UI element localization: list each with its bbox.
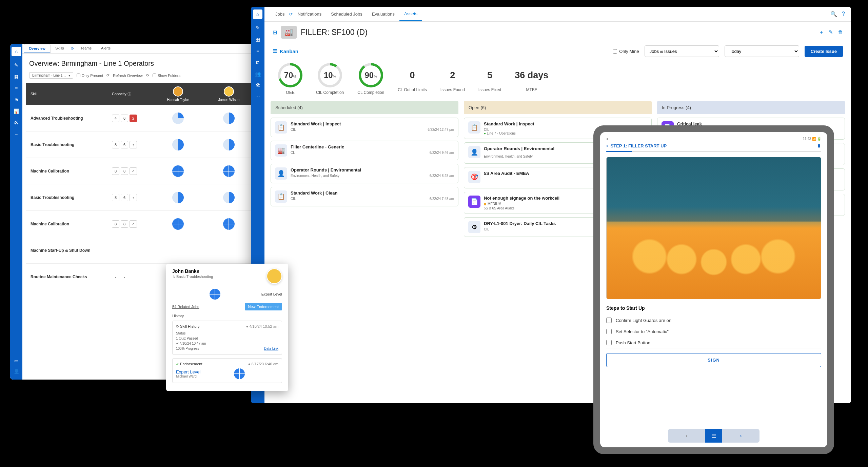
view-kanban[interactable]: ☰ Kanban	[273, 48, 298, 54]
kanban-card[interactable]: 🏭Filler Centerline - GenericCL 6/22/24 9…	[271, 141, 458, 160]
filter-type-select[interactable]: Jobs & Issues	[645, 45, 719, 57]
skill-pie[interactable]	[203, 218, 254, 230]
skill-pie-icon	[234, 368, 245, 379]
show-folders-checkbox[interactable]: Show Folders	[153, 74, 180, 78]
metric: 90%CL Completion	[357, 63, 384, 95]
capacity-cells: 86↑	[112, 194, 153, 201]
new-endorsement-button[interactable]: New Endorsement	[245, 303, 282, 310]
filter-date-select[interactable]: Today	[725, 45, 799, 57]
skill-row[interactable]: Machine Start-Up & Shut Down--	[26, 237, 254, 264]
chart-icon[interactable]: 📊	[14, 108, 19, 114]
search-icon[interactable]: 🔍	[830, 11, 837, 17]
header-person-1[interactable]: Hannah Taylor	[153, 86, 203, 102]
skill-pie[interactable]	[153, 113, 203, 124]
sign-button[interactable]: SIGN	[606, 353, 821, 367]
pause-icon[interactable]: ⏸	[817, 143, 821, 148]
skill-pie[interactable]	[203, 139, 254, 150]
checklist-item[interactable]: Set Selector to "Automatic"	[606, 326, 821, 337]
tab-alerts[interactable]: Alerts	[96, 44, 115, 53]
only-present-checkbox[interactable]: Only Present	[77, 74, 103, 78]
skill-row[interactable]: Basic Troubleshooting86↑	[26, 131, 254, 158]
grid-icon[interactable]: ▦	[14, 74, 19, 79]
title-row: ⊞ 🏭 FILLER: SF100 (D) ＋ ✎ 🗑	[264, 22, 851, 43]
help-icon[interactable]: ?	[842, 11, 845, 17]
skill-pie[interactable]	[153, 192, 203, 203]
people-icon[interactable]: 👥	[255, 71, 260, 77]
sliders-icon[interactable]: ≡	[255, 48, 260, 54]
kanban-card[interactable]: 👤Operator Rounds | EnvironmentalEnvironm…	[271, 164, 458, 183]
nav-assets[interactable]: Assets	[399, 7, 422, 21]
refresh-icon[interactable]: ⟳	[71, 46, 74, 51]
skill-pie[interactable]	[203, 165, 254, 177]
more-icon[interactable]: ⋯	[255, 94, 260, 100]
grid-icon[interactable]: ▦	[255, 37, 260, 42]
add-icon[interactable]: ＋	[819, 29, 824, 36]
user-icon[interactable]: 👤	[14, 369, 19, 374]
nav-notifications[interactable]: Notifications	[293, 7, 326, 21]
card-icon: 👤	[468, 146, 480, 158]
skill-row[interactable]: Machine Calibration88✓	[26, 211, 254, 237]
document-icon[interactable]: 🗎	[14, 97, 19, 102]
col-header: In Progress (4)	[657, 101, 845, 114]
refresh-icon[interactable]: ⟳	[289, 12, 293, 17]
status-label: Status	[176, 331, 278, 336]
header-person-2[interactable]: James Wilson	[203, 86, 254, 102]
home-icon[interactable]: ⌂	[253, 9, 262, 19]
capacity-cells: --	[112, 247, 153, 254]
prev-button[interactable]: ‹	[668, 429, 705, 443]
metric: 2Issues Found	[440, 63, 465, 95]
data-link[interactable]: Data Link	[264, 346, 278, 351]
avatar	[267, 268, 282, 284]
skill-row[interactable]: Advanced Troubleshooting462	[26, 105, 254, 131]
pencil-icon[interactable]: ✎	[255, 25, 260, 31]
skill-row[interactable]: Basic Troubleshooting86↑	[26, 184, 254, 211]
checklist-item[interactable]: Push Start Button	[606, 337, 821, 348]
kanban-card[interactable]: 📋Standard Work | CleanCIL 6/22/24 7:48 a…	[271, 187, 458, 206]
tools-icon[interactable]: 🛠	[14, 120, 19, 125]
col-header: Scheduled (4)	[271, 101, 458, 114]
nav-scheduled[interactable]: Scheduled Jobs	[326, 7, 367, 21]
create-issue-button[interactable]: Create Issue	[805, 46, 843, 57]
edit-icon[interactable]: ✎	[829, 29, 833, 36]
next-button[interactable]: ›	[722, 429, 760, 443]
skill-pie[interactable]	[153, 218, 203, 230]
tab-teams[interactable]: Teams	[76, 44, 96, 53]
home-icon[interactable]: ⌂	[12, 47, 21, 56]
skill-pie[interactable]	[203, 113, 254, 124]
refresh-overview[interactable]: Refresh Overview	[113, 74, 142, 78]
breadcrumb[interactable]: Birmingham - Line 1 ... ▾	[29, 72, 73, 79]
only-mine-checkbox[interactable]: Only Mine	[613, 49, 639, 54]
nav-jobs[interactable]: Jobs	[271, 7, 289, 21]
toolbar: Birmingham - Line 1 ... ▾ Only Present ⟳…	[22, 71, 258, 83]
skill-row[interactable]: Machine Calibration88✓	[26, 158, 254, 184]
back-button[interactable]: ‹	[606, 143, 608, 148]
card-icon: 🏭	[275, 144, 287, 157]
skill-pie[interactable]	[153, 139, 203, 150]
progress-bar	[606, 151, 821, 152]
capacity-cells: 86↑	[112, 141, 153, 148]
pencil-icon[interactable]: ✎	[14, 62, 19, 68]
header-capacity: Capacity ⓘ	[112, 92, 153, 97]
menu-button[interactable]: ☰	[705, 429, 722, 443]
menu-icon: ☰	[273, 48, 277, 54]
skill-name: Basic Troubleshooting	[31, 195, 112, 200]
document-icon[interactable]: 🗎	[255, 60, 260, 65]
checklist-item[interactable]: Confirm Light Guards are on	[606, 315, 821, 326]
minus-icon[interactable]: –	[14, 131, 19, 137]
refresh-icon[interactable]: ⟳	[106, 73, 110, 78]
sliders-icon[interactable]: ≡	[14, 85, 19, 91]
tools-icon[interactable]: 🛠	[255, 83, 260, 88]
capacity-cells: 88✓	[112, 167, 153, 175]
related-jobs-link[interactable]: 54 Related Jobs	[172, 305, 199, 309]
card-icon[interactable]: ▭	[14, 358, 19, 363]
tab-overview[interactable]: Overview	[24, 44, 51, 53]
skill-name: Basic Troubleshooting	[31, 142, 112, 147]
nav-evaluations[interactable]: Evaluations	[367, 7, 399, 21]
skill-pie[interactable]	[153, 165, 203, 177]
hierarchy-icon[interactable]: ⊞	[273, 29, 277, 36]
refresh-icon[interactable]: ⟳	[146, 73, 149, 78]
tab-skills[interactable]: Skills	[51, 44, 69, 53]
skill-pie[interactable]	[203, 192, 254, 203]
kanban-card[interactable]: 📋Standard Work | InspectCIL 6/22/24 12:4…	[271, 118, 458, 137]
delete-icon[interactable]: 🗑	[838, 29, 843, 36]
